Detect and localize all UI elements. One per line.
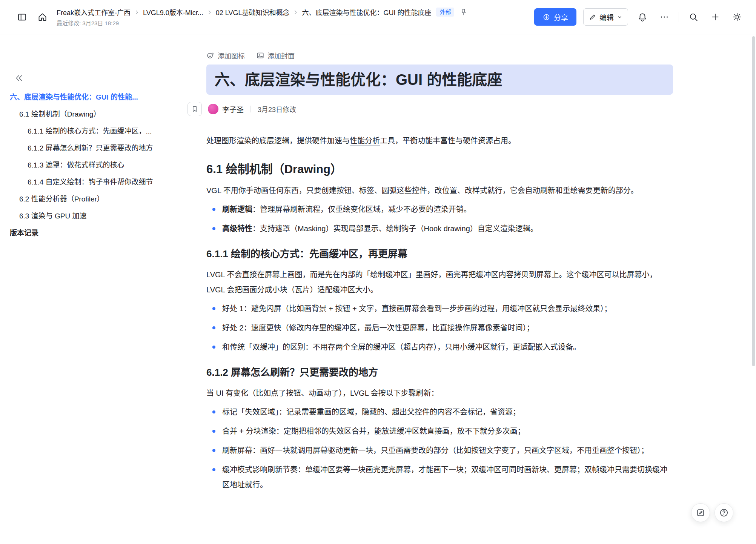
annotated-text[interactable]: 性能分析 bbox=[350, 137, 380, 146]
note-pencil-icon bbox=[696, 508, 705, 517]
toc-label: 6.1.3 遮罩：做花式样式的核心 bbox=[28, 159, 124, 169]
bullet-dot bbox=[212, 346, 215, 349]
last-modified: 最近修改: 3月23日 18:29 bbox=[57, 19, 467, 27]
page-title: 六、底层渲染与性能优化：GUI 的性能底座 bbox=[215, 69, 665, 90]
double-chevron-left-icon bbox=[14, 73, 24, 83]
toc-label: 六、底层渲染与性能优化：GUI 的性能... bbox=[10, 91, 138, 101]
text-segment: 工具，平衡功能丰富性与硬件资源占用。 bbox=[380, 137, 516, 145]
text-segment: 标记「失效区域」：记录需要重画的区域，隐藏的、超出父控件的内容不会标记，省资源； bbox=[222, 408, 520, 416]
scrollbar[interactable] bbox=[752, 36, 755, 366]
home-button[interactable] bbox=[35, 9, 50, 25]
list-item: 刷新逻辑：管理屏幕刷新流程，仅重绘变化区域，减少不必要的渲染开销。 bbox=[206, 202, 673, 217]
heading-6-1-1: 6.1.1 绘制的核心方式：先画缓冲区，再更屏幕 bbox=[206, 247, 673, 261]
more-button[interactable] bbox=[657, 9, 672, 25]
toc-item-version-history[interactable]: 版本记录 bbox=[10, 224, 171, 241]
toc-item-chapter-6[interactable]: 六、底层渲染与性能优化：GUI 的性能... bbox=[10, 88, 171, 105]
plus-icon bbox=[710, 12, 720, 22]
bold-text: 高级特性 bbox=[222, 224, 252, 233]
toc-label: 6.3 渲染与 GPU 加速 bbox=[19, 210, 86, 220]
share-globe-icon bbox=[542, 13, 550, 21]
toc-item-6-3[interactable]: 6.3 渲染与 GPU 加速 bbox=[10, 207, 171, 224]
home-icon bbox=[37, 12, 48, 22]
intro-paragraph: 处理图形渲染的底层逻辑，提供硬件加速与性能分析工具，平衡功能丰富性与硬件资源占用… bbox=[206, 133, 673, 148]
share-button[interactable]: 分享 bbox=[534, 8, 576, 26]
image-icon bbox=[256, 51, 264, 60]
add-cover-button[interactable]: 添加封面 bbox=[256, 51, 295, 60]
toc-item-6-1[interactable]: 6.1 绘制机制（Drawing） bbox=[10, 105, 171, 122]
modified-date: 3月23日修改 bbox=[258, 104, 296, 114]
search-button[interactable] bbox=[686, 9, 701, 25]
bullet-dot bbox=[212, 468, 215, 471]
author-name[interactable]: 李子圣 bbox=[222, 104, 244, 114]
bullet-list-6-1: 刷新逻辑：管理屏幕刷新流程，仅重绘变化区域，减少不必要的渲染开销。 高级特性：支… bbox=[206, 202, 673, 236]
breadcrumb-item-current[interactable]: 六、底层渲染与性能优化：GUI 的性能底座 bbox=[302, 7, 431, 17]
smiley-plus-icon bbox=[206, 51, 215, 60]
toc-item-6-1-4[interactable]: 6.1.4 自定义绘制：钩子事件帮你改细节 bbox=[10, 173, 171, 190]
paragraph-6-1: VGL 不用你手动画任何东西，只要创建按钮、标签、圆弧这些控件，改位置、改样式就… bbox=[206, 183, 673, 198]
bold-text: 刷新逻辑 bbox=[222, 205, 252, 214]
text-segment: 和传统「双缓冲」的区别：不用存两个全屏的缓冲区（超占内存），只用小缓冲区就行，更… bbox=[222, 343, 581, 351]
toc-label: 6.1 绘制机制（Drawing） bbox=[19, 108, 100, 118]
paragraph-6-1-1: LVGL 不会直接在屏幕上画图，而是先在内部的「绘制缓冲区」里画好，画完再把缓冲… bbox=[206, 267, 673, 297]
toc-item-6-1-2[interactable]: 6.1.2 屏幕怎么刷新？只更需要改的地方 bbox=[10, 139, 171, 156]
doc-title-block[interactable]: 六、底层渲染与性能优化：GUI 的性能底座 bbox=[206, 65, 673, 95]
doc-meta-row: 李子圣 3月23日修改 bbox=[206, 101, 673, 117]
toc-label: 6.2 性能分析器（Profiler） bbox=[19, 193, 104, 203]
search-icon bbox=[688, 12, 698, 22]
chevron-down-icon bbox=[617, 14, 622, 20]
help-button[interactable] bbox=[715, 503, 733, 522]
bullet-dot bbox=[212, 307, 215, 310]
chevron-right-icon bbox=[207, 9, 212, 15]
add-icon-label: 添加图标 bbox=[218, 51, 245, 60]
document-main: 添加图标 添加封面 六、底层渲染与性能优化：GUI 的性能底座 李子圣 3月23… bbox=[177, 34, 756, 544]
external-badge: 外部 bbox=[436, 8, 454, 17]
collapse-sidebar-button[interactable] bbox=[12, 71, 26, 85]
bullet-dot bbox=[212, 227, 215, 230]
bullet-dot bbox=[212, 208, 215, 211]
sidebar-panel-icon bbox=[17, 12, 27, 22]
more-dots-icon bbox=[659, 12, 669, 22]
share-label: 分享 bbox=[554, 12, 568, 22]
toc-label: 版本记录 bbox=[10, 227, 38, 237]
bookmark-icon bbox=[191, 105, 198, 113]
top-bar-left bbox=[14, 9, 50, 25]
bullet-dot bbox=[212, 430, 215, 433]
top-bar: Freak嵌入式工作室-广西 LVGL9.0版本-Micr... 02 LVGL… bbox=[0, 0, 756, 34]
pin-icon bbox=[460, 8, 467, 16]
meta-divider bbox=[250, 106, 251, 112]
chevron-right-icon bbox=[134, 9, 140, 15]
pencil-icon bbox=[589, 13, 596, 21]
bullet-list-6-1-1: 好处 1：避免闪屏（比如画背景 + 按钮 + 文字，直接画屏幕会看到一步步画的过… bbox=[206, 301, 673, 355]
sidebar-toggle-button[interactable] bbox=[14, 9, 29, 25]
list-item: 好处 2：速度更快（修改内存里的缓冲区，最后一次性更屏幕，比直接操作屏幕像素省时… bbox=[206, 320, 673, 335]
list-item: 和传统「双缓冲」的区别：不用存两个全屏的缓冲区（超占内存），只用小缓冲区就行，更… bbox=[206, 340, 673, 355]
bookmark-button[interactable] bbox=[187, 102, 202, 116]
list-item: 合并 + 分块渲染：定期把相邻的失效区合并，能放进缓冲区就直接画，放不下就分多次… bbox=[206, 424, 673, 439]
bell-icon bbox=[638, 12, 647, 22]
list-item: 高级特性：支持遮罩（Masking）实现局部显示、绘制钩子（Hook drawi… bbox=[206, 221, 673, 236]
bullet-dot bbox=[212, 326, 215, 329]
toc-item-6-1-3[interactable]: 6.1.3 遮罩：做花式样式的核心 bbox=[10, 156, 171, 173]
text-segment: 合并 + 分块渲染：定期把相邻的失效区合并，能放进缓冲区就直接画，放不下就分多次… bbox=[222, 427, 525, 435]
settings-button[interactable] bbox=[730, 9, 745, 25]
document-info: Freak嵌入式工作室-广西 LVGL9.0版本-Micr... 02 LVGL… bbox=[57, 7, 467, 27]
toc-item-6-1-1[interactable]: 6.1.1 绘制的核心方式：先画缓冲区，... bbox=[10, 122, 171, 139]
edit-button[interactable]: 编辑 bbox=[583, 8, 628, 26]
notifications-button[interactable] bbox=[635, 9, 650, 25]
author-avatar[interactable] bbox=[208, 104, 218, 114]
text-segment: 刷新屏幕：画好一块就调用屏幕驱动更新一块，只重画需要改的部分（比如按钮文字变了，… bbox=[222, 446, 648, 455]
add-icon-button[interactable]: 添加图标 bbox=[206, 51, 245, 60]
top-bar-right: 分享 编辑 bbox=[534, 8, 745, 26]
breadcrumb-item-folder[interactable]: LVGL9.0版本-Micr... bbox=[143, 7, 203, 17]
list-item: 缓冲模式影响刷新节奏：单缓冲区要等一块画完更完屏幕，才能画下一块；双缓冲区可同时… bbox=[206, 462, 673, 492]
heading-6-1: 6.1 绘制机制（Drawing） bbox=[206, 161, 673, 178]
pin-button[interactable] bbox=[460, 8, 467, 16]
toc-item-6-2[interactable]: 6.2 性能分析器（Profiler） bbox=[10, 190, 171, 207]
feedback-button[interactable] bbox=[691, 503, 710, 522]
breadcrumb-item-section[interactable]: 02 LVGL基础知识和概念 bbox=[216, 7, 290, 17]
new-document-button[interactable] bbox=[708, 9, 723, 25]
text-segment: 缓冲模式影响刷新节奏：单缓冲区要等一块画完更完屏幕，才能画下一块；双缓冲区可同时… bbox=[222, 466, 667, 489]
floating-actions bbox=[691, 503, 733, 522]
outline-sidebar: 六、底层渲染与性能优化：GUI 的性能... 6.1 绘制机制（Drawing）… bbox=[0, 34, 177, 544]
breadcrumb-item-workspace[interactable]: Freak嵌入式工作室-广西 bbox=[57, 7, 131, 17]
